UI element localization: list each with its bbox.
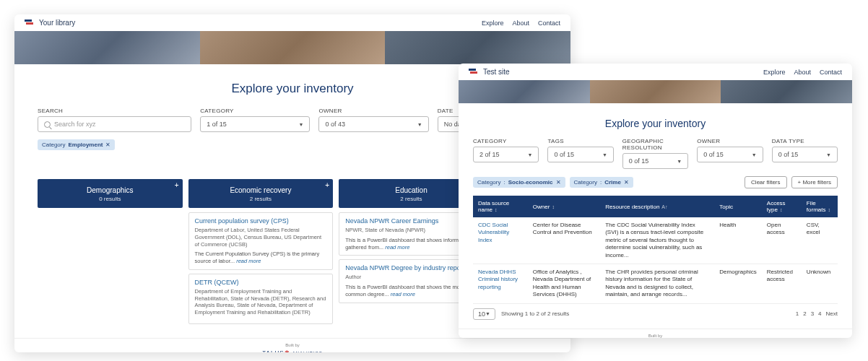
test-site-window: Test site Explore About Contact Explore … xyxy=(459,64,852,338)
source-link[interactable]: CDC Social Vulnerability Index xyxy=(473,217,528,264)
filter-chip[interactable]: Category: Socio-economic ✕ xyxy=(473,177,565,188)
filter-bar: CATEGORY 2 of 15▼ TAGS 0 of 15▼ GEOGRAPH… xyxy=(473,138,838,169)
hero-banner xyxy=(459,80,852,103)
sort-icon: A↑ xyxy=(661,204,667,209)
search-label: SEARCH xyxy=(38,108,191,114)
datatype-select[interactable]: 0 of 15▼ xyxy=(772,147,838,162)
read-more-link[interactable]: read more xyxy=(391,291,415,297)
brand-text: Test site xyxy=(483,68,510,76)
header: Test site Explore About Contact xyxy=(459,64,852,80)
col-header[interactable]: Resource descriptionA↑ xyxy=(600,196,714,217)
category-card[interactable]: + Economic recovery 2 results xyxy=(188,179,334,208)
category-select[interactable]: 1 of 15▼ xyxy=(200,116,310,132)
page-link[interactable]: 1 xyxy=(796,310,799,317)
caret-icon: ▼ xyxy=(299,122,304,127)
table-row: CDC Social Vulnerability Index Center fo… xyxy=(473,217,838,264)
results-table: Data source name↕ Owner↕ Resource descri… xyxy=(473,196,838,304)
plus-icon[interactable]: + xyxy=(175,181,179,189)
nav-contact[interactable]: Contact xyxy=(538,19,560,27)
nav-about[interactable]: About xyxy=(512,19,529,27)
page-link[interactable]: 2 xyxy=(803,310,806,317)
page-size-select[interactable]: 10 ▼ xyxy=(473,308,495,320)
more-filters-button[interactable]: + More filters xyxy=(791,176,838,188)
chip-remove-icon[interactable]: ✕ xyxy=(624,179,629,186)
col-header[interactable]: Access type↕ xyxy=(762,196,802,217)
category-select[interactable]: 2 of 15▼ xyxy=(473,147,539,162)
header: Your library Explore About Contact xyxy=(14,14,570,31)
page-link[interactable]: 4 xyxy=(818,310,821,317)
col-header[interactable]: File formats↕ xyxy=(802,196,838,217)
owner-label: OWNER xyxy=(318,108,428,114)
clear-filters-button[interactable]: Clear filters xyxy=(745,176,786,188)
footer: Built by TALUS✱ ANALYTICS xyxy=(14,338,570,352)
brand[interactable]: Your library xyxy=(25,19,75,27)
footer: Built by TALUS✱ ANALYTICS xyxy=(459,329,852,338)
top-nav: Explore About Contact xyxy=(482,19,560,27)
caret-icon: ▼ xyxy=(417,122,422,127)
nav-contact[interactable]: Contact xyxy=(820,69,842,76)
sort-icon: ↕ xyxy=(780,207,783,212)
source-link[interactable]: Nevada DHHS Criminal history reporting xyxy=(473,264,528,303)
filter-chip[interactable]: Category Employment ✕ xyxy=(38,139,115,150)
col-header[interactable]: Data source name↕ xyxy=(473,196,528,217)
search-icon xyxy=(44,121,51,128)
nav-explore[interactable]: Explore xyxy=(482,19,504,27)
pagination: 10 ▼ Showing 1 to 2 of 2 results 1 2 3 4… xyxy=(473,308,838,320)
page-title: Explore your inventory xyxy=(473,118,838,129)
logo-icon xyxy=(25,19,35,27)
page-link[interactable]: 3 xyxy=(811,310,814,317)
col-header[interactable]: Owner↕ xyxy=(528,196,600,217)
nav-explore[interactable]: Explore xyxy=(763,69,786,76)
category-card[interactable]: + Demographics 0 results xyxy=(38,179,183,208)
hero-banner xyxy=(14,31,570,64)
chip-remove-icon[interactable]: ✕ xyxy=(105,142,110,148)
result-entry[interactable]: Current population survey (CPS) Departme… xyxy=(188,212,334,270)
read-more-link[interactable]: read more xyxy=(385,244,409,251)
owner-select[interactable]: 0 of 43▼ xyxy=(318,116,428,132)
tags-select[interactable]: 0 of 15▼ xyxy=(547,147,613,162)
result-entry[interactable]: DETR (QCEW) Department of Employment Tra… xyxy=(188,274,334,324)
category-label: CATEGORY xyxy=(200,108,310,114)
top-nav: Explore About Contact xyxy=(763,69,842,76)
owner-select[interactable]: 0 of 15▼ xyxy=(697,147,763,162)
chip-remove-icon[interactable]: ✕ xyxy=(556,179,561,186)
brand[interactable]: Test site xyxy=(469,68,510,76)
geo-select[interactable]: 0 of 15▼ xyxy=(622,153,688,169)
col-header[interactable]: Topic xyxy=(714,196,762,217)
search-input[interactable]: Search for xyz xyxy=(38,116,191,132)
logo-icon xyxy=(469,69,479,76)
page-next[interactable]: Next xyxy=(826,310,838,317)
read-more-link[interactable]: read more xyxy=(236,258,261,264)
plus-icon[interactable]: + xyxy=(325,181,329,189)
filter-chip[interactable]: Category: Crime ✕ xyxy=(570,177,633,188)
results-count: Showing 1 to 2 of 2 results xyxy=(501,310,569,317)
sort-icon: ↕ xyxy=(495,207,498,212)
table-row: Nevada DHHS Criminal history reporting O… xyxy=(473,264,838,303)
sort-icon: ↕ xyxy=(552,204,555,209)
nav-about[interactable]: About xyxy=(794,69,811,76)
brand-text: Your library xyxy=(39,19,75,27)
sort-icon: ↕ xyxy=(828,207,831,212)
